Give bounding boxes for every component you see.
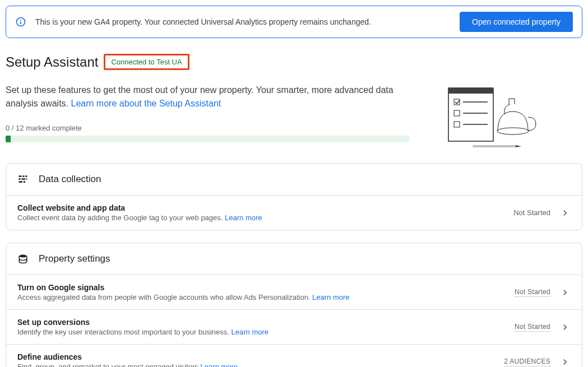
svg-rect-0 (448, 88, 493, 141)
status-badge[interactable]: 2 AUDIENCES (504, 357, 550, 366)
svg-rect-12 (22, 175, 24, 177)
svg-rect-15 (22, 178, 26, 180)
row-title: Collect website and app data (17, 203, 504, 212)
progress-label: 0 / 12 marked complete (6, 124, 409, 132)
progress-bar (6, 136, 409, 142)
svg-rect-14 (19, 178, 21, 180)
hero-description: Set up these features to get the most ou… (6, 83, 409, 110)
card-header: Data collection (6, 164, 582, 195)
row-title: Define audiences (17, 352, 495, 361)
progress-fill (6, 136, 11, 142)
row-conversions[interactable]: Set up conversions Identify the key user… (6, 309, 582, 344)
svg-rect-16 (26, 178, 27, 180)
learn-more-link[interactable]: Learn more (201, 363, 238, 367)
row-collect-data[interactable]: Collect website and app data Collect eve… (6, 195, 582, 230)
page-title: Setup Assistant (6, 54, 98, 70)
svg-rect-17 (19, 181, 23, 183)
row-subtitle: Find, group, and remarket to your most e… (17, 363, 495, 367)
status-badge: Not Started (513, 208, 550, 217)
checklist-illustration (432, 83, 544, 151)
card-title: Property settings (39, 253, 110, 264)
card-title: Data collection (39, 174, 101, 185)
learn-more-link[interactable]: Learn more (225, 213, 262, 222)
card-property-settings: Property settings Turn on Google signals… (6, 243, 582, 367)
svg-point-19 (19, 255, 26, 258)
row-subtitle: Identify the key user interactions most … (17, 328, 506, 336)
open-connected-property-button[interactable]: Open connected property (460, 12, 573, 32)
card-header: Property settings (6, 243, 582, 275)
title-row: Setup Assistant Connected to Test UA (6, 54, 582, 70)
row-title: Set up conversions (17, 318, 506, 327)
info-icon (15, 16, 26, 27)
row-subtitle: Collect event data by adding the Google … (17, 213, 504, 222)
row-google-signals[interactable]: Turn on Google signals Access aggregated… (6, 275, 582, 309)
svg-rect-18 (24, 181, 25, 183)
learn-more-link[interactable]: Learn more (312, 293, 349, 301)
chevron-right-icon (559, 207, 571, 219)
svg-rect-1 (448, 88, 493, 94)
chevron-right-icon (559, 356, 571, 368)
status-badge[interactable]: Not Started (515, 323, 550, 332)
banner-text: This is your new GA4 property. Your conn… (35, 17, 451, 26)
learn-more-link[interactable]: Learn more (232, 328, 268, 336)
info-banner: This is your new GA4 property. Your conn… (6, 6, 582, 38)
chevron-right-icon (559, 322, 571, 333)
card-data-collection: Data collection Collect website and app … (6, 163, 582, 230)
property-settings-icon (17, 253, 29, 264)
learn-more-setup-assistant-link[interactable]: Learn more about the Setup Assistant (71, 99, 221, 108)
row-title: Turn on Google signals (17, 283, 506, 292)
status-badge[interactable]: Not Started (515, 288, 550, 297)
svg-point-8 (497, 128, 529, 134)
svg-rect-13 (25, 175, 27, 177)
connection-badge: Connected to Test UA (104, 54, 189, 70)
svg-rect-11 (19, 175, 22, 177)
hero-section: Set up these features to get the most ou… (6, 83, 582, 151)
data-collection-icon (17, 174, 29, 185)
row-subtitle: Access aggregated data from people with … (17, 293, 506, 301)
chevron-right-icon (559, 287, 571, 298)
svg-marker-10 (516, 145, 521, 147)
row-audiences[interactable]: Define audiences Find, group, and remark… (6, 344, 582, 367)
